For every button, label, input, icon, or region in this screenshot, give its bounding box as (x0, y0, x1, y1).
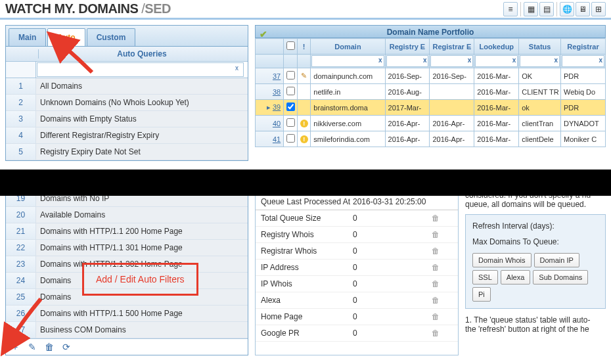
queue-row: Total Queue Size0🗑 (256, 210, 458, 227)
trash-icon[interactable]: 🗑 (432, 246, 440, 256)
refresh-interval-label: Refresh Interval (days): (472, 221, 599, 231)
side-info: considered. If you don't specify a nu qu… (465, 191, 606, 355)
list-item[interactable]: 1All Domains (6, 78, 248, 95)
trash-icon[interactable]: 🗑 (432, 214, 440, 223)
col-registrar[interactable]: Registrar (561, 39, 606, 55)
row-checkbox[interactable] (286, 71, 295, 80)
option-button[interactable]: Domain IP (534, 253, 579, 267)
warning-icon: ! (300, 135, 308, 143)
queue-row: IP Whois0🗑 (256, 276, 458, 292)
domain-grid: ! Domain Registry E Registrar E Lookedup… (255, 38, 606, 147)
select-all-checkbox[interactable] (284, 39, 298, 55)
trash-icon[interactable]: 🗑 (432, 230, 440, 239)
tool-icon-2[interactable]: ▤ (539, 2, 554, 16)
queue-row: Home Page0🗑 (256, 309, 458, 325)
option-button[interactable]: Sub Domains (533, 270, 588, 284)
arrow-1 (59, 43, 99, 78)
globe-icon[interactable]: 🌐 (560, 2, 574, 16)
trash-icon[interactable]: 🗑 (432, 279, 440, 288)
queue-row: Registrar Whois0🗑 (256, 243, 458, 260)
row-checkbox[interactable] (286, 134, 295, 143)
queue-last-label: Queue Last Processed At (261, 197, 353, 206)
pencil-icon[interactable]: ✎ (301, 72, 307, 80)
filter-domain[interactable] (311, 55, 384, 67)
col-regbexp[interactable]: Registrar E (430, 39, 474, 55)
col-domain[interactable]: Domain (311, 39, 385, 55)
queue-row: IP Address0🗑 (256, 260, 458, 276)
warning-icon: ! (300, 120, 308, 127)
option-button[interactable]: Pi (472, 287, 491, 302)
col-bang[interactable]: ! (297, 39, 311, 55)
filter-registrar[interactable] (562, 55, 604, 67)
queue-row: Registry Whois0🗑 (256, 227, 458, 243)
queue-last-value: 2016-03-31 20:25:00 (353, 197, 432, 206)
list-item[interactable]: 2Unknown Domains (No Whois Lookup Yet) (6, 95, 248, 111)
tab-main[interactable]: Main (9, 28, 46, 46)
option-button[interactable]: Domain Whois (472, 253, 532, 267)
list-item[interactable]: 21Domains with HTTP/1.1 200 Home Page (6, 223, 248, 240)
tear-divider (0, 170, 611, 196)
tool-icon-3[interactable]: ⊞ (591, 2, 606, 16)
list-item[interactable]: 5Registry Expiry Date Not Set (6, 144, 248, 160)
clear-icon[interactable]: x (554, 57, 558, 64)
col-regexp[interactable]: Registry E (385, 39, 430, 55)
monitor-icon[interactable]: 🖥 (576, 2, 590, 16)
check-icon[interactable]: ✔ (260, 28, 267, 41)
clear-icon[interactable]: x (378, 57, 382, 64)
list-item[interactable]: 22Domains with HTTP/1.1 301 Home Page (6, 240, 248, 256)
grid-title-bar: ✔ Domain Name Portfolio (255, 25, 606, 38)
app-logo: WATCH MY. DOMAINS /SED (5, 1, 171, 16)
trash-icon[interactable]: 🗑 (432, 312, 440, 321)
tool-icon-1[interactable]: ▦ (524, 2, 538, 16)
trash-icon[interactable]: 🗑 (432, 263, 440, 272)
option-button[interactable]: SSL (472, 270, 498, 284)
max-domains-label: Max Domains To Queue: (472, 237, 599, 246)
left-panel: Main Auto Custom Auto Queries x 1All Dom… (5, 25, 248, 161)
clear-icon[interactable]: x (235, 64, 238, 80)
row-pointer-icon: ▸ (267, 103, 271, 111)
list-item[interactable]: 4Different Registrar/Registry Expiry (6, 127, 248, 144)
table-row[interactable]: 37✎domainpunch.com2016-Sep-2016-Sep-2016… (256, 68, 606, 84)
table-row[interactable]: ▸ 39brainstorm.doma2017-Mar-2016-Mar-okP… (256, 100, 606, 116)
queue-panel: Queue Last Processed At 2016-03-31 20:25… (255, 191, 459, 355)
clear-icon[interactable]: x (423, 57, 427, 64)
trash-icon[interactable]: 🗑 (432, 296, 440, 305)
filter-lookedup[interactable] (475, 55, 518, 67)
clear-icon[interactable]: x (599, 57, 602, 64)
right-panel: ✔ Domain Name Portfolio ! Domain Registr… (255, 25, 606, 161)
row-checkbox[interactable] (286, 102, 295, 111)
list-item[interactable]: 3Domains with Empty Status (6, 111, 248, 127)
annotation-box: Add / Edit Auto Filters (82, 263, 198, 296)
table-row[interactable]: 38netlife.in2016-Aug-2016-Mar-CLIENT TRW… (256, 84, 606, 100)
header-toolbar: ≡ ▦ ▤ 🌐 🖥 ⊞ (503, 2, 606, 16)
row-checkbox[interactable] (286, 87, 295, 95)
col-status[interactable]: Status (519, 39, 561, 55)
clear-icon[interactable]: x (468, 57, 472, 64)
row-checkbox[interactable] (286, 118, 295, 127)
col-lookedup[interactable]: Lookedup (474, 39, 519, 55)
table-row[interactable]: 41!smileforindia.com2016-Apr-2016-Apr-20… (256, 131, 606, 147)
list-item[interactable]: 20Available Domains (6, 207, 248, 223)
menu-icon[interactable]: ≡ (503, 2, 518, 16)
option-button[interactable]: Alexa (501, 270, 531, 284)
queue-row: Alexa0🗑 (256, 292, 458, 309)
filter-regbexp[interactable] (430, 55, 473, 67)
trash-icon[interactable]: 🗑 (432, 329, 440, 338)
filter-regexp[interactable] (386, 55, 429, 67)
refresh-icon[interactable]: ⟳ (61, 342, 72, 352)
clear-icon[interactable]: x (512, 57, 516, 64)
queue-row: Google PR0🗑 (256, 325, 458, 342)
arrow-2 (8, 296, 47, 344)
table-row[interactable]: 40!nikkiverse.com2016-Apr-2016-Apr-2016-… (256, 116, 606, 131)
